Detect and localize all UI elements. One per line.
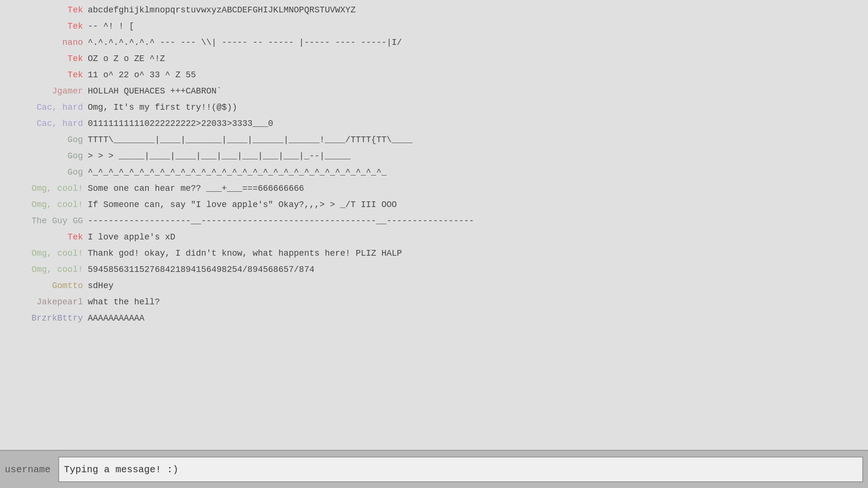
message-input[interactable]	[58, 457, 863, 482]
message-row: Omg, cool!Thank god! okay, I didn't know…	[2, 247, 866, 263]
username: Cac, hard	[2, 117, 88, 130]
chat-area: TekabcdefghijklmnopqrstuvwxyzABCDEFGHIJK…	[0, 0, 868, 488]
username: Gomtto	[2, 280, 88, 292]
message-text: Some one can hear me?? ___+___===6666666…	[88, 182, 866, 195]
username: Omg, cool!	[2, 263, 88, 276]
message-text: 11 o^ 22 o^ 33 ^ Z 55	[88, 69, 866, 82]
username: Jakepearl	[2, 296, 88, 309]
message-text: I love apple's xD	[88, 231, 866, 244]
message-text: sdHey	[88, 280, 866, 292]
message-row: Gog^_^_^_^_^_^_^_^_^_^_^_^_^_^_^_^_^_^_^…	[2, 166, 866, 182]
message-row: Omg, cool!Some one can hear me?? ___+___…	[2, 182, 866, 198]
username: Tek	[2, 4, 88, 17]
username: nano	[2, 36, 88, 49]
message-row: nano^.^.^.^.^.^.^ --- --- \\| ----- -- -…	[2, 36, 866, 52]
username: Gog	[2, 166, 88, 179]
username: Tek	[2, 231, 88, 244]
input-bar: username	[0, 450, 868, 488]
username: BrzrkBttry	[2, 312, 88, 325]
message-text: --------------------__------------------…	[88, 215, 866, 228]
input-label: username	[5, 464, 51, 475]
message-text: 594585631152768421894156498254/894568657…	[88, 263, 866, 276]
message-row: The Guy GG--------------------__--------…	[2, 215, 866, 231]
message-text: Thank god! okay, I didn't know, what hap…	[88, 247, 866, 260]
message-row: Gog> > > _____|____|____|___|___|___|___…	[2, 150, 866, 166]
username: Gog	[2, 134, 88, 146]
message-text: TTTT\________|____|_______|____|______|_…	[88, 134, 866, 146]
message-row: JgamerHOLLAH QUEHACES +++CABRON`	[2, 85, 866, 101]
message-text: AAAAAAAAAAA	[88, 312, 866, 325]
message-row: Omg, cool!594585631152768421894156498254…	[2, 263, 866, 280]
message-row: Tek-- ^! ! [	[2, 20, 866, 36]
message-row: Cac, hard011111111110222222222>22033>333…	[2, 117, 866, 134]
message-text: ^_^_^_^_^_^_^_^_^_^_^_^_^_^_^_^_^_^_^_^_…	[88, 166, 866, 179]
message-text: OZ o Z o ZE ^!Z	[88, 52, 866, 65]
message-row: GomttosdHey	[2, 280, 866, 296]
username: Jgamer	[2, 85, 88, 98]
message-row: Cac, hardOmg, It's my first try!!(@$))	[2, 101, 866, 117]
message-row: TekabcdefghijklmnopqrstuvwxyzABCDEFGHIJK…	[2, 4, 866, 20]
message-row: Jakepearlwhat the hell?	[2, 296, 866, 312]
message-text: HOLLAH QUEHACES +++CABRON`	[88, 85, 866, 98]
main-container: TekabcdefghijklmnopqrstuvwxyzABCDEFGHIJK…	[0, 0, 868, 488]
username: Cac, hard	[2, 101, 88, 114]
username: Tek	[2, 20, 88, 33]
message-text: If Someone can, say "I love apple's" Oka…	[88, 198, 866, 211]
username: Gog	[2, 150, 88, 163]
username: Tek	[2, 69, 88, 82]
message-text: 011111111110222222222>22033>3333___0	[88, 117, 866, 130]
username: Omg, cool!	[2, 247, 88, 260]
message-text: abcdefghijklmnopqrstuvwxyzABCDEFGHIJKLMN…	[88, 4, 866, 17]
message-row: Tek11 o^ 22 o^ 33 ^ Z 55	[2, 69, 866, 85]
message-text: -- ^! ! [	[88, 20, 866, 33]
messages-container: TekabcdefghijklmnopqrstuvwxyzABCDEFGHIJK…	[0, 0, 868, 450]
message-row: BrzrkBttryAAAAAAAAAAA	[2, 312, 866, 328]
message-text: what the hell?	[88, 296, 866, 309]
username: Tek	[2, 52, 88, 65]
message-row: Omg, cool!If Someone can, say "I love ap…	[2, 198, 866, 215]
username: Omg, cool!	[2, 182, 88, 195]
message-row: TekOZ o Z o ZE ^!Z	[2, 52, 866, 69]
message-row: GogTTTT\________|____|_______|____|_____…	[2, 134, 866, 150]
message-text: Omg, It's my first try!!(@$))	[88, 101, 866, 114]
message-text: ^.^.^.^.^.^.^ --- --- \\| ----- -- -----…	[88, 36, 866, 49]
message-text: > > > _____|____|____|___|___|___|___|__…	[88, 150, 866, 163]
message-row: TekI love apple's xD	[2, 231, 866, 247]
username: The Guy GG	[2, 215, 88, 228]
username: Omg, cool!	[2, 198, 88, 211]
